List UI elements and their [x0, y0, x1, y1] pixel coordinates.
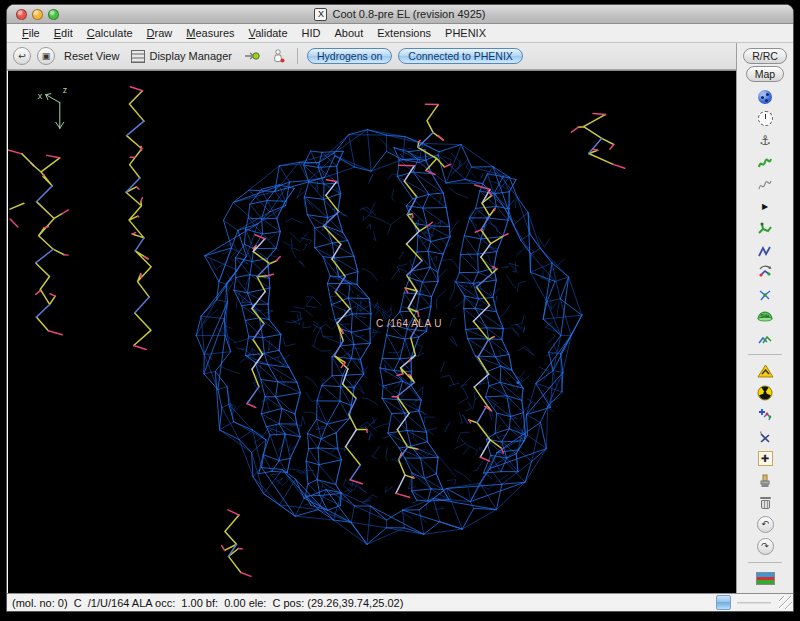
menu-file[interactable]: File: [15, 26, 47, 40]
regularize-button[interactable]: [754, 241, 776, 260]
flag-button[interactable]: [754, 569, 776, 588]
mutate-button[interactable]: [754, 285, 776, 304]
x-molecule-icon: [757, 430, 773, 444]
brush-icon: [758, 474, 772, 488]
hazard-button[interactable]: [754, 361, 776, 380]
svg-text:z: z: [63, 85, 68, 95]
green-fragment-icon: [757, 221, 773, 236]
delete-button[interactable]: [754, 493, 776, 512]
phenix-connection-badge[interactable]: Connected to PHENIX: [398, 48, 522, 64]
auto-fit-rotamer-button[interactable]: [754, 153, 776, 172]
add-terminal-button[interactable]: ✚: [754, 449, 776, 468]
star-molecule-icon: [757, 287, 773, 302]
trash-icon: [760, 497, 771, 509]
blue-sphere-icon: [758, 90, 772, 104]
reset-view-label: Reset View: [64, 50, 119, 62]
menu-measures[interactable]: Measures: [179, 26, 241, 40]
plus-molecule-icon: [757, 407, 773, 422]
close-button[interactable]: [16, 9, 27, 20]
sculpt-button[interactable]: [754, 471, 776, 490]
x11-icon: X: [314, 8, 327, 21]
delete-atom-button[interactable]: [754, 427, 776, 446]
status-bar: (mol. no: 0) C /1/U/164 ALA occ: 1.00 bf…: [7, 593, 793, 611]
flag-icon: [756, 572, 775, 585]
main-toolbar: ↩ ▣ Reset View Display Manager: [7, 43, 736, 70]
radioactive-icon: [757, 385, 773, 401]
menu-bar: File Edit Calculate Draw Measures Valida…: [7, 24, 793, 43]
small-triangle-icon: ▶: [762, 203, 768, 211]
menu-extensions[interactable]: Extensions: [370, 26, 438, 40]
sphere-refine-button[interactable]: [754, 87, 776, 106]
gray-squiggle-icon: [757, 178, 773, 192]
flask-icon: [272, 49, 285, 63]
molecular-viewport[interactable]: xz: [8, 71, 736, 593]
molecular-canvas[interactable]: xz C /164 ALA U: [7, 70, 736, 593]
title-bar[interactable]: X Coot 0.8-pre EL (revision 4925): [7, 5, 793, 24]
atom-label: C /164 ALA U: [376, 318, 442, 329]
hydrogens-toggle[interactable]: Hydrogens on: [307, 48, 392, 64]
resize-grip[interactable]: [779, 596, 792, 609]
menu-phenix[interactable]: PHENIX: [438, 26, 493, 40]
back-icon: ↩: [18, 51, 26, 61]
menu-hid[interactable]: HID: [295, 26, 328, 40]
right-toolbar: R/RC Map ⚓ ▶: [736, 43, 793, 593]
dashed-circle-icon: [758, 111, 773, 126]
green-squiggle-icon: [757, 156, 773, 170]
side-chain-button[interactable]: Side: [754, 307, 776, 326]
rotamers-button[interactable]: [754, 175, 776, 194]
anchor-icon: ⚓: [759, 134, 771, 147]
square-icon: ▣: [42, 51, 51, 61]
ligand-button[interactable]: [269, 48, 288, 64]
expand-button[interactable]: ▶: [754, 197, 776, 216]
undo-icon: ↶: [761, 520, 769, 529]
coot-window: X Coot 0.8-pre EL (revision 4925) File E…: [6, 4, 794, 612]
redo-icon: ↷: [761, 542, 769, 551]
svg-text:Side: Side: [760, 314, 770, 319]
zoom-button[interactable]: [48, 9, 59, 20]
add-atom-button[interactable]: [754, 405, 776, 424]
go-to-atom-button[interactable]: [241, 49, 263, 63]
key-arrow-icon: [244, 50, 260, 62]
traffic-lights: [16, 9, 59, 20]
menu-draw[interactable]: Draw: [140, 26, 180, 40]
display-manager-icon: [131, 50, 145, 63]
rotate-translate-button[interactable]: [754, 263, 776, 282]
redo-button[interactable]: ↷: [754, 537, 776, 556]
rightbar-separator: [748, 354, 782, 355]
status-text: (mol. no: 0) C /1/U/164 ALA occ: 1.00 bf…: [7, 597, 716, 609]
toolbar-separator: [297, 48, 298, 64]
real-space-refine-button[interactable]: [754, 219, 776, 238]
menu-about[interactable]: About: [328, 26, 371, 40]
plus-box-icon: ✚: [758, 451, 773, 466]
refine-zone-button[interactable]: [754, 109, 776, 128]
menu-calculate[interactable]: Calculate: [80, 26, 140, 40]
rrc-button[interactable]: R/RC: [743, 48, 787, 64]
side-hemisphere-icon: Side: [756, 310, 774, 324]
window-title: Coot 0.8-pre EL (revision 4925): [332, 8, 485, 20]
display-manager-label: Display Manager: [149, 50, 232, 62]
window-title-area: X Coot 0.8-pre EL (revision 4925): [7, 8, 793, 21]
minimize-button[interactable]: [32, 9, 43, 20]
rightbar-separator: [748, 562, 782, 563]
panel-divider: [737, 602, 771, 604]
blue-zigzag-icon: [757, 244, 773, 258]
menu-edit[interactable]: Edit: [47, 26, 80, 40]
undo-button[interactable]: ↶: [754, 515, 776, 534]
nav-view-button[interactable]: ▣: [37, 47, 55, 65]
radiation-button[interactable]: [754, 383, 776, 402]
anchor-button[interactable]: ⚓: [754, 131, 776, 150]
menu-validate[interactable]: Validate: [242, 26, 295, 40]
rotate-molecule-icon: [757, 265, 774, 280]
flip-icon: [757, 332, 773, 346]
scrollbar-thumb[interactable]: [716, 595, 731, 610]
reset-view-button[interactable]: Reset View: [61, 49, 122, 63]
map-button[interactable]: Map: [746, 66, 784, 82]
flip-button[interactable]: [754, 329, 776, 348]
nav-back-button[interactable]: ↩: [13, 47, 31, 65]
svg-text:x: x: [38, 91, 43, 101]
display-manager-button[interactable]: Display Manager: [128, 49, 235, 64]
hazard-triangle-icon: [757, 364, 774, 378]
